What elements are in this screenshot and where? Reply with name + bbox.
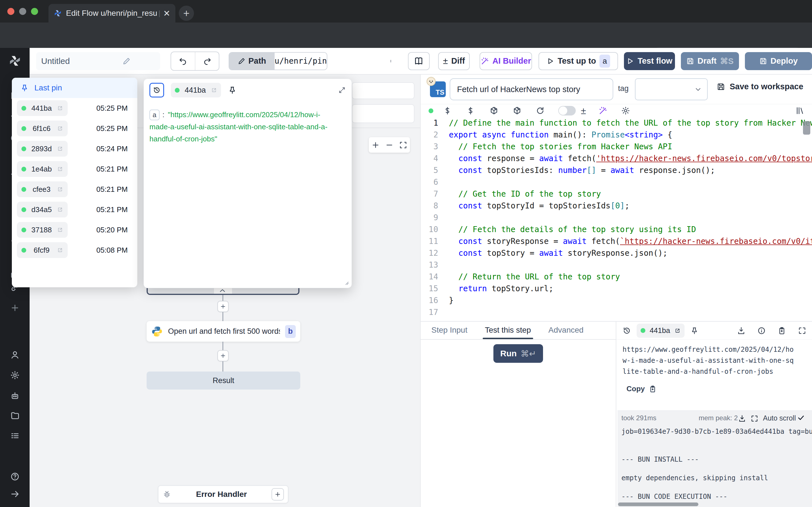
external-link-icon[interactable]	[57, 186, 63, 192]
external-link-icon[interactable]	[57, 125, 63, 131]
ai-builder-button[interactable]: AI Builder	[479, 52, 532, 70]
undo-button[interactable]	[171, 52, 195, 70]
redo-button[interactable]	[195, 52, 219, 70]
log-scrollbar[interactable]	[618, 503, 698, 506]
add-step-button[interactable]	[217, 350, 229, 361]
code-line[interactable]: 2export async function main(): Promise<s…	[421, 129, 812, 141]
save-to-workspace-button[interactable]: Save to workspace	[717, 82, 803, 91]
flow-title-field[interactable]: Untitled	[36, 52, 160, 70]
code-line[interactable]: 5 const topStoriesIds: number[] = await …	[421, 165, 812, 176]
deploy-button[interactable]: Deploy	[745, 52, 812, 70]
pin-chip[interactable]: d34a5	[17, 202, 68, 217]
zoom-in-icon[interactable]	[371, 141, 380, 149]
code-line[interactable]: 14 // Return the URL of the top story	[421, 271, 812, 283]
magic-wand-icon[interactable]	[599, 106, 608, 115]
pin-chip[interactable]: 441ba	[17, 100, 68, 116]
add-step-button[interactable]	[217, 301, 229, 312]
copy-button[interactable]: Copy	[616, 377, 812, 393]
external-link-icon[interactable]	[57, 227, 63, 233]
pin-row[interactable]: 2893d 05:24 PM	[12, 138, 137, 159]
plus-minus-icon[interactable]: ±	[581, 105, 586, 116]
gear-icon[interactable]	[10, 371, 20, 380]
code-line[interactable]: 12 const topStory = await storyResponse.…	[421, 247, 812, 259]
draft-button[interactable]: Draft ⌘S	[681, 52, 739, 70]
docs-button[interactable]	[408, 52, 429, 70]
code-line[interactable]: 8 const topStoryId = topStoriesIds[0];	[421, 200, 812, 212]
pin-row[interactable]: 6fcf9 05:08 PM	[12, 240, 137, 260]
tag-select[interactable]	[635, 78, 708, 100]
window-maximize-button[interactable]	[31, 8, 38, 15]
code-line[interactable]: 16}	[421, 295, 812, 306]
canvas-node-partial[interactable]	[352, 82, 414, 99]
download-icon[interactable]	[738, 414, 746, 422]
pin-row[interactable]: 37188 05:20 PM	[12, 220, 137, 240]
test-flow-button[interactable]: Test flow	[624, 52, 675, 70]
grid-icon[interactable]	[10, 431, 20, 441]
robot-icon[interactable]	[10, 391, 20, 400]
more-options-icon[interactable]	[389, 56, 392, 66]
external-link-icon[interactable]	[674, 328, 680, 334]
fit-view-icon[interactable]	[399, 141, 407, 149]
code-line[interactable]: 17	[421, 306, 812, 318]
diff-toggle[interactable]	[558, 106, 576, 115]
code-line[interactable]: 9	[421, 212, 812, 224]
library-icon[interactable]	[796, 106, 805, 115]
plus-icon[interactable]	[10, 303, 20, 313]
info-icon[interactable]	[757, 327, 766, 335]
pin-row[interactable]: 1e4ab 05:21 PM	[12, 159, 137, 179]
person-icon[interactable]	[10, 350, 20, 360]
external-link-icon[interactable]	[57, 247, 63, 253]
history-button[interactable]	[149, 83, 164, 98]
settings-gear-icon[interactable]	[621, 106, 630, 115]
diff-button[interactable]: ± Diff	[438, 52, 470, 70]
external-link-icon[interactable]	[57, 146, 63, 152]
pin-icon[interactable]	[228, 86, 237, 95]
zoom-out-icon[interactable]	[385, 141, 394, 149]
pin-row[interactable]: d34a5 05:21 PM	[12, 200, 137, 220]
pin-chip[interactable]: 1e4ab	[17, 161, 68, 177]
step-summary-input[interactable]: Fetch url of HackerNews top story	[450, 78, 613, 100]
check-icon[interactable]	[797, 414, 805, 421]
tab-close-icon[interactable]: ✕	[163, 8, 170, 18]
job-chip[interactable]: 441ba	[171, 83, 221, 98]
browser-tab[interactable]: Edit Flow u/henri/pin_results | ✕	[49, 4, 175, 22]
python-step-node-b[interactable]: Open url and fetch first 500 words of ..…	[147, 321, 300, 342]
package-icon[interactable]	[490, 106, 499, 115]
pin-chip[interactable]: 2893d	[17, 141, 68, 157]
code-line[interactable]: 7 // Get the ID of the top story	[421, 188, 812, 200]
windmill-logo[interactable]	[8, 54, 22, 68]
external-link-icon[interactable]	[57, 207, 63, 213]
code-line[interactable]: 1// Define the main function to fetch th…	[421, 117, 812, 129]
expand-icon[interactable]	[338, 86, 346, 94]
pin-row[interactable]: 441ba 05:25 PM	[12, 98, 137, 118]
clipboard-icon[interactable]	[777, 327, 786, 335]
window-minimize-button[interactable]	[19, 8, 26, 15]
resize-grip-icon[interactable]	[343, 279, 349, 286]
dollar-icon[interactable]	[466, 106, 475, 115]
pin-chip[interactable]: 6fcf9	[17, 242, 68, 258]
editor-scrollbar[interactable]	[803, 121, 810, 135]
package-icon[interactable]	[513, 106, 522, 115]
pencil-icon[interactable]	[98, 57, 155, 65]
result-node[interactable]: Result	[147, 372, 300, 390]
tab-step-input[interactable]: Step Input	[432, 326, 467, 339]
code-editor[interactable]: 1// Define the main function to fetch th…	[421, 117, 812, 321]
test-up-to-button[interactable]: Test up to a	[539, 52, 618, 70]
window-close-button[interactable]	[7, 8, 14, 15]
add-error-handler-button[interactable]	[271, 488, 284, 501]
pin-row[interactable]: cfee3 05:21 PM	[12, 179, 137, 200]
dollar-icon[interactable]	[443, 106, 452, 115]
code-line[interactable]: 13	[421, 259, 812, 271]
pin-chip[interactable]: cfee3	[17, 181, 68, 197]
tab-advanced[interactable]: Advanced	[548, 326, 583, 339]
code-line[interactable]: 11 const storyResponse = await fetch(`ht…	[421, 235, 812, 247]
external-link-icon[interactable]	[211, 87, 217, 93]
pin-chip[interactable]: 6f1c6	[17, 121, 68, 136]
arrow-right-icon[interactable]	[10, 489, 20, 499]
external-link-icon[interactable]	[57, 166, 63, 172]
fullscreen-icon[interactable]	[751, 414, 758, 422]
download-icon[interactable]	[737, 327, 746, 335]
pin-chip[interactable]: 37188	[17, 222, 68, 238]
code-line[interactable]: 10 // Fetch the details of the top story…	[421, 224, 812, 235]
run-button[interactable]: Run ⌘↵	[493, 344, 543, 363]
